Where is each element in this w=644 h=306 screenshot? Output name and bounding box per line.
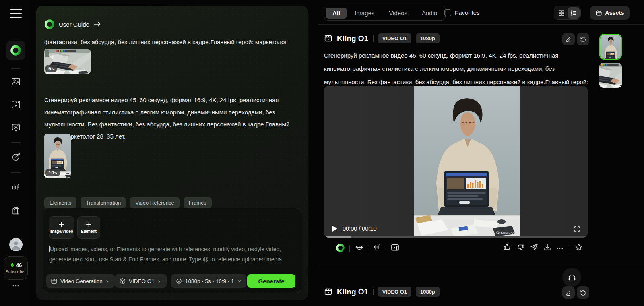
support-headset-button[interactable] (562, 268, 581, 287)
item-title: Kling O1 (337, 287, 368, 296)
grid-view-button[interactable] (555, 7, 568, 19)
video-artwork (414, 86, 520, 238)
filter-videos[interactable]: Videos (382, 8, 414, 19)
video-clip-thumbnail[interactable]: 5s (44, 49, 91, 74)
clapperboard-icon (324, 34, 332, 43)
avatar[interactable] (9, 238, 23, 251)
favorites-label: Favorites (455, 9, 480, 16)
history-thumbnail[interactable] (599, 63, 622, 88)
progress-fill (324, 236, 351, 238)
video-player[interactable]: KlingAI O1 00:00 / 00:10 (324, 86, 588, 238)
video-generation-icon (51, 278, 58, 285)
assets-button[interactable]: Assets (590, 6, 630, 20)
mode-dropdown[interactable]: Video Generation (46, 274, 115, 288)
thumb-artwork (599, 63, 622, 88)
model-badge: VIDEO O1 (378, 287, 411, 297)
sidebar: 46 Subscribe! (0, 0, 31, 306)
more-icon[interactable] (556, 244, 566, 256)
mode-dropdown-value: Video Generation (60, 278, 103, 284)
list-view-button[interactable] (568, 7, 580, 19)
user-guide-label: User Guide (59, 21, 89, 28)
thumbs-down-icon[interactable] (516, 243, 526, 254)
video-clip-thumbnail[interactable]: 10s (44, 134, 71, 178)
divider (386, 245, 386, 252)
video-extend-icon[interactable] (390, 243, 400, 254)
subscribe-button[interactable]: 46 Subscribe! (4, 256, 28, 280)
tab-elements[interactable]: Elements (44, 197, 76, 208)
favorites-toggle[interactable]: Favorites (444, 9, 480, 16)
favorites-checkbox[interactable] (444, 9, 451, 16)
filter-audio[interactable]: Audio (415, 8, 444, 19)
prompt-placeholder: Upload images, videos, or Elements to ge… (49, 246, 283, 263)
watermark: KlingAI O1 (496, 231, 515, 234)
subscribe-label: Subscribe! (6, 269, 25, 274)
prompt-input[interactable]: Upload images, videos, or Elements to ge… (49, 244, 295, 265)
generation-item-header: Kling O1 VIDEO O1 1080p (324, 287, 440, 297)
model-dropdown[interactable]: VIDEO O1 (115, 274, 167, 288)
tab-frames[interactable]: Frames (184, 197, 212, 208)
audio-tool-icon[interactable] (11, 182, 21, 192)
menu-icon[interactable] (10, 9, 22, 18)
arrow-right-icon (93, 21, 101, 27)
output-settings-dropdown[interactable]: 1080p · 5s · 16:9 · 1 (171, 274, 246, 288)
kling-logo-icon (44, 19, 55, 29)
wardrobe-icon[interactable] (11, 206, 21, 216)
download-icon[interactable] (543, 243, 553, 254)
divider (318, 24, 644, 25)
divider (349, 245, 350, 252)
thumb-artwork (600, 35, 621, 59)
lip-sync-icon[interactable] (355, 243, 364, 254)
edit-prompt-button[interactable] (562, 33, 575, 45)
credits-flame-icon (10, 262, 15, 268)
time-display: 00:00 / 00:10 (343, 225, 377, 232)
model-dropdown-value: VIDEO O1 (129, 278, 155, 284)
favorite-star-icon[interactable] (574, 243, 584, 254)
model-badge: VIDEO O1 (378, 33, 411, 43)
regenerate-button[interactable] (577, 33, 589, 45)
list-icon (570, 10, 577, 17)
progress-bar[interactable] (324, 236, 588, 238)
history-thumbnail-selected[interactable] (599, 34, 622, 60)
media-filter-group: All Images Videos Audio (324, 6, 446, 21)
edit-prompt-button[interactable] (562, 286, 575, 299)
sidebar-more-icon[interactable] (12, 285, 19, 287)
credits-count: 46 (16, 262, 22, 268)
play-button[interactable] (332, 225, 338, 232)
character-icon[interactable] (11, 123, 21, 133)
share-icon[interactable] (530, 243, 539, 254)
user-guide-link[interactable]: User Guide (44, 19, 101, 29)
video-generation-icon[interactable] (11, 99, 21, 110)
divider (368, 245, 368, 252)
tab-transformation[interactable]: Transformation (80, 197, 126, 208)
regenerate-button[interactable] (577, 286, 589, 299)
kling-app: 46 Subscribe! User Guide фантастики, без… (0, 0, 644, 306)
divider (11, 172, 20, 173)
thumbs-up-icon[interactable] (503, 243, 512, 254)
kling-model-icon[interactable] (336, 243, 345, 254)
chat-message: Сгенерируй рекламное видео 45–60 секунд,… (44, 94, 305, 143)
sidebar-item-home[interactable] (6, 41, 25, 60)
creative-pen-icon[interactable] (11, 152, 21, 162)
divider (373, 289, 374, 295)
prompt-composer: Image/Video Element Upload images, video… (43, 208, 301, 293)
generate-button[interactable]: Generate (247, 274, 295, 288)
add-element-button[interactable]: Element (77, 216, 100, 239)
divider (11, 142, 20, 143)
add-image-video-label: Image/Video (50, 229, 73, 234)
view-toggle (554, 6, 581, 20)
audio-enhance-icon[interactable] (373, 243, 382, 254)
filter-images[interactable]: Images (348, 8, 381, 19)
add-image-video-button[interactable]: Image/Video (49, 216, 74, 239)
divider (318, 266, 644, 266)
generation-item-header: Kling O1 VIDEO O1 1080p (324, 33, 440, 43)
tab-video-reference[interactable]: Video Reference (130, 197, 180, 208)
text-caret (49, 246, 50, 252)
kling-logo-icon (10, 45, 21, 56)
resolution-badge: 1080p (416, 33, 440, 43)
chevron-down-icon (237, 279, 242, 283)
chevron-down-icon (105, 279, 110, 283)
fullscreen-button[interactable] (574, 225, 580, 232)
add-element-label: Element (81, 229, 97, 234)
image-generation-icon[interactable] (11, 76, 21, 87)
filter-all[interactable]: All (326, 8, 347, 19)
